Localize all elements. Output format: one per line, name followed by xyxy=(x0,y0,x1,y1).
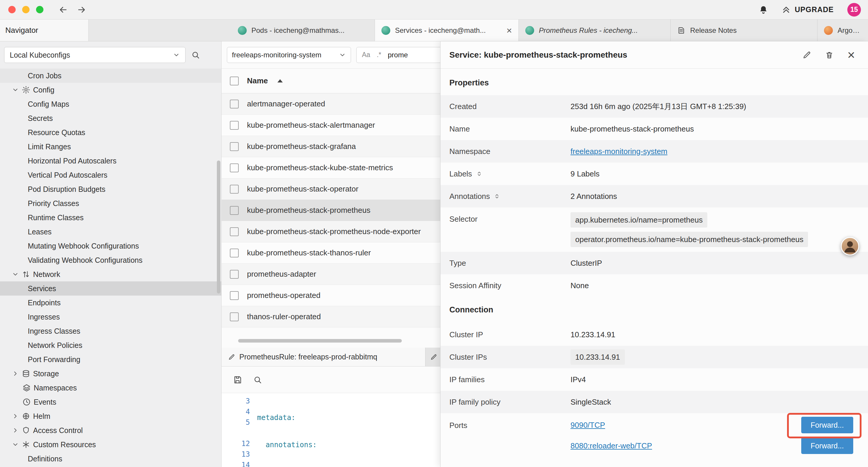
save-icon[interactable] xyxy=(233,375,242,384)
sidebar-item-endpoints[interactable]: Endpoints xyxy=(0,296,221,310)
property-label: Annotations xyxy=(450,192,490,201)
upgrade-button[interactable]: UPGRADE xyxy=(782,5,834,14)
edit-pencil-icon[interactable] xyxy=(802,51,811,59)
sidebar-item-ingress-classes[interactable]: Ingress Classes xyxy=(0,324,221,338)
sidebar-item-pod-disruption-budgets[interactable]: Pod Disruption Budgets xyxy=(0,182,221,196)
property-row-name: Name kube-prometheus-stack-prometheus xyxy=(440,118,868,140)
sidebar-item-definitions[interactable]: Definitions xyxy=(0,451,221,466)
property-value[interactable]: 2 Annotations xyxy=(570,192,853,201)
sidebar-item-mutating-webhook-configurations[interactable]: Mutating Webhook Configurations xyxy=(0,239,221,253)
sidebar-item-limit-ranges[interactable]: Limit Ranges xyxy=(0,140,221,154)
sidebar-item-port-forwarding[interactable]: Port Forwarding xyxy=(0,352,221,367)
sidebar-item-services[interactable]: Services xyxy=(0,282,221,296)
user-avatar[interactable] xyxy=(841,237,859,255)
navigator-tree: Cron Jobs Config Config Maps Secrets Res… xyxy=(0,68,221,466)
sidebar-item-validating-webhook-configurations[interactable]: Validating Webhook Configurations xyxy=(0,253,221,267)
sidebar-item-config[interactable]: Config xyxy=(0,83,221,97)
sidebar-item-custom-resources[interactable]: Custom Resources xyxy=(0,437,221,451)
expand-collapse-icon[interactable] xyxy=(476,170,483,177)
row-checkbox[interactable] xyxy=(230,270,239,279)
port-link-8080-reloader-web[interactable]: 8080:reloader-web/TCP xyxy=(570,441,652,450)
forward-icon[interactable] xyxy=(76,5,87,15)
tab-prometheus-rules[interactable]: Prometheus Rules - icecheng... xyxy=(519,20,671,41)
select-all-checkbox[interactable] xyxy=(230,77,239,85)
service-name: prometheus-adapter xyxy=(247,269,316,279)
row-checkbox[interactable] xyxy=(230,164,239,172)
sidebar-item-label: Custom Resources xyxy=(33,440,96,449)
row-checkbox[interactable] xyxy=(230,121,239,130)
service-name: kube-prometheus-stack-prometheus xyxy=(247,206,370,215)
tab-pods[interactable]: Pods - icecheng@mathmas... xyxy=(231,20,375,41)
row-checkbox[interactable] xyxy=(230,142,239,151)
sidebar-item-priority-classes[interactable]: Priority Classes xyxy=(0,196,221,210)
sidebar-item-ingresses[interactable]: Ingresses xyxy=(0,310,221,324)
sidebar-item-access-control[interactable]: Access Control xyxy=(0,423,221,437)
config-gear-icon xyxy=(22,86,30,94)
property-row-namespace: Namespace freeleaps-monitoring-system xyxy=(440,140,868,163)
row-checkbox[interactable] xyxy=(230,313,239,321)
property-value[interactable]: 9 Labels xyxy=(570,169,853,178)
sidebar-item-storage[interactable]: Storage xyxy=(0,367,221,381)
window-minimize-button[interactable] xyxy=(22,6,30,13)
sidebar-item-network-policies[interactable]: Network Policies xyxy=(0,338,221,352)
row-checkbox[interactable] xyxy=(230,185,239,194)
namespaces-layers-icon xyxy=(23,384,31,392)
sidebar-scrollbar[interactable] xyxy=(217,160,220,293)
service-name: prometheus-operated xyxy=(247,291,320,300)
sidebar-item-resource-quotas[interactable]: Resource Quotas xyxy=(0,125,221,140)
sidebar-item-label: Runtime Classes xyxy=(28,213,84,222)
sidebar-item-vertical-pod-autoscalers[interactable]: Vertical Pod Autoscalers xyxy=(0,168,221,182)
sidebar-search-icon[interactable] xyxy=(191,50,200,60)
sidebar-item-events[interactable]: Events xyxy=(0,395,221,409)
row-checkbox[interactable] xyxy=(230,227,239,236)
tab-argo[interactable]: Argo Se xyxy=(817,20,868,41)
window-zoom-button[interactable] xyxy=(36,6,43,13)
row-checkbox[interactable] xyxy=(230,99,239,109)
sidebar-item-runtime-classes[interactable]: Runtime Classes xyxy=(0,210,221,225)
cluster-ip-badge: 10.233.14.91 xyxy=(570,349,625,365)
sidebar-item-helm[interactable]: Helm xyxy=(0,409,221,423)
regex-toggle[interactable]: .* xyxy=(377,51,381,59)
sidebar-item-leases[interactable]: Leases xyxy=(0,225,221,239)
sidebar-item-label: Definitions xyxy=(28,455,62,463)
sidebar-item-cron-jobs[interactable]: Cron Jobs xyxy=(0,68,221,83)
tabbar-spacer xyxy=(89,20,231,41)
property-row-type: Type ClusterIP xyxy=(440,252,868,274)
property-label: Selector xyxy=(450,207,570,224)
namespace-link[interactable]: freeleaps-monitoring-system xyxy=(570,147,668,156)
sidebar-item-namespaces[interactable]: Namespaces xyxy=(0,381,221,395)
release-notes-icon xyxy=(677,26,685,35)
kubeconfig-selector[interactable]: Local Kubeconfigs xyxy=(4,47,186,63)
tab-close-icon[interactable]: × xyxy=(506,26,512,35)
match-case-toggle[interactable]: Aa xyxy=(362,51,370,59)
name-column-header[interactable]: Name xyxy=(247,76,268,85)
tab-label: Pods - icecheng@mathmas... xyxy=(251,26,344,35)
back-icon[interactable] xyxy=(58,5,68,15)
namespace-filter-select[interactable]: freeleaps-monitoring-system xyxy=(227,47,351,63)
sidebar-item-config-maps[interactable]: Config Maps xyxy=(0,97,221,111)
cluster-icon xyxy=(238,26,247,35)
tab-release-notes[interactable]: Release Notes xyxy=(671,20,817,41)
sidebar-item-network[interactable]: Network xyxy=(0,267,221,282)
tab-services[interactable]: Services - icecheng@math... × xyxy=(375,20,519,41)
service-name: kube-prometheus-stack-thanos-ruler xyxy=(247,248,371,258)
row-checkbox[interactable] xyxy=(230,206,239,215)
notification-count-badge[interactable]: 15 xyxy=(847,3,861,17)
row-checkbox[interactable] xyxy=(230,249,239,258)
drawer-close-icon[interactable]: × xyxy=(847,49,855,61)
editor-search-icon[interactable] xyxy=(253,375,262,384)
notifications-bell-icon[interactable] xyxy=(759,5,768,14)
row-checkbox[interactable] xyxy=(230,291,239,300)
expand-collapse-icon[interactable] xyxy=(493,193,500,200)
sidebar-item-horizontal-pod-autoscalers[interactable]: Horizontal Pod Autoscalers xyxy=(0,154,221,168)
port-link-9090[interactable]: 9090/TCP xyxy=(570,420,605,430)
dock-tab-prometheusrule[interactable]: PrometheusRule: freeleaps-prod-rabbitmq xyxy=(222,348,426,366)
delete-trash-icon[interactable] xyxy=(825,51,834,59)
sidebar-item-secrets[interactable]: Secrets xyxy=(0,111,221,125)
window-close-button[interactable] xyxy=(8,6,16,13)
port-forward-button[interactable]: Forward... xyxy=(801,437,853,454)
property-label: Ports xyxy=(450,417,570,430)
navigator-header[interactable]: Navigator xyxy=(0,20,89,41)
horizontal-scrollbar[interactable] xyxy=(238,339,402,343)
property-value: 253d 16h 6m ago (2025年1月13日 GMT+8 1:25:3… xyxy=(570,101,853,112)
